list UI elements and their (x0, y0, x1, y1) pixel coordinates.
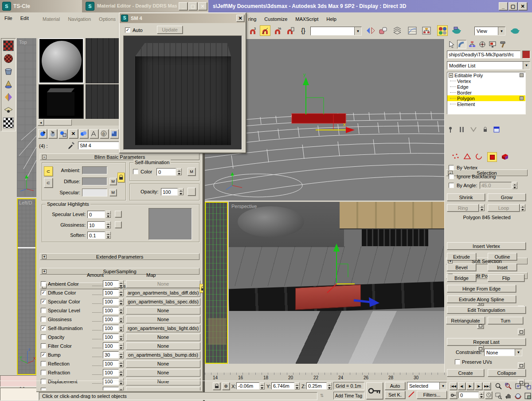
stack-item-polygon[interactable]: Polygon (447, 95, 525, 101)
named-selection-sets-icon[interactable]: {} (298, 25, 309, 36)
tab-utilities[interactable] (498, 40, 507, 49)
object-name-field[interactable]: ships\Deadly\TS-Mk3\parts\frc (447, 51, 520, 59)
zoom-extents-all-icon[interactable] (523, 381, 532, 390)
material-slot[interactable] (39, 84, 84, 119)
viewport-label[interactable]: Perspective (231, 204, 257, 209)
auto-key-button[interactable]: Auto (385, 382, 405, 390)
maximize-button[interactable]: ▢ (509, 2, 517, 10)
map-amount-field[interactable]: 100 (103, 280, 119, 287)
rollout-extended-parameters[interactable]: + Extended Parameters (40, 253, 200, 260)
self-illum-value-field[interactable]: 0 (156, 168, 176, 176)
opacity-field[interactable]: 100 (161, 188, 178, 196)
configure-modifier-sets-icon[interactable] (493, 126, 500, 134)
map-amount-spinner[interactable] (119, 360, 124, 367)
glossiness-map-button[interactable] (115, 221, 121, 228)
tab-modify[interactable] (457, 40, 466, 49)
map-amount-field[interactable]: 100 (103, 334, 119, 341)
specular-level-field[interactable]: 0 (87, 211, 105, 218)
specular-color-swatch[interactable] (82, 189, 107, 197)
ignore-backfacing-checkbox[interactable] (449, 174, 454, 179)
map-checkbox[interactable] (41, 317, 46, 322)
slot-scrollbar[interactable]: ◂ (38, 119, 119, 126)
map-slot-button[interactable]: None (126, 360, 200, 368)
element-icon[interactable] (501, 153, 510, 161)
opacity-spinner[interactable] (179, 188, 184, 195)
remove-modifier-icon[interactable] (481, 126, 489, 134)
map-slot-button[interactable]: None (126, 316, 200, 323)
curve-editor-icon[interactable] (407, 25, 418, 36)
minimize-button[interactable]: _ (179, 2, 188, 10)
x-spinner[interactable] (260, 382, 265, 389)
viewport-label[interactable]: Left/D (19, 200, 32, 205)
map-amount-spinner[interactable] (119, 325, 124, 332)
stack-icon[interactable] (520, 73, 524, 77)
vertex-icon[interactable] (451, 153, 459, 161)
create-button[interactable]: Create (447, 369, 484, 377)
material-slot[interactable] (86, 84, 119, 119)
key-selection-dropdown[interactable]: Selected ▼ (407, 382, 447, 390)
hinge-settings-button[interactable] (518, 362, 524, 369)
map-slot-button[interactable]: None (126, 307, 200, 315)
y-spinner[interactable] (295, 382, 300, 389)
x-coordinate-field[interactable]: -0.06m (236, 382, 259, 389)
ring-spinner[interactable] (480, 204, 485, 211)
expand-icon[interactable]: + (42, 255, 47, 259)
map-amount-spinner[interactable] (119, 369, 124, 376)
reset-map-icon[interactable]: ✕ (69, 129, 78, 138)
lock-ambient-diffuse-top-button[interactable]: ⊂ (44, 166, 53, 176)
menu-customize[interactable]: Customize (264, 16, 287, 22)
loop-button[interactable]: Loop (488, 204, 520, 212)
map-checkbox[interactable] (41, 281, 46, 287)
assign-material-to-selection-icon[interactable] (59, 129, 67, 138)
checkerboard-icon[interactable] (3, 118, 14, 128)
lock-ambient-diffuse-bottom-button[interactable]: ⊂ (44, 178, 53, 188)
set-key-button[interactable]: Set K. (385, 391, 405, 399)
stack-item-edge[interactable]: Edge (447, 84, 525, 90)
sphere-grid-icon[interactable] (3, 53, 14, 64)
play-button[interactable]: ▶ (466, 382, 474, 390)
modifier-list-dropdown[interactable]: Modifier List ▼ (447, 61, 530, 70)
update-button[interactable]: Update (157, 26, 183, 34)
object-color-swatch[interactable] (522, 51, 530, 59)
chevron-down-icon[interactable]: ▼ (439, 382, 446, 389)
map-amount-spinner[interactable] (119, 316, 124, 323)
layer-manager-icon[interactable] (392, 25, 403, 36)
soften-field[interactable]: 0.1 (87, 232, 105, 239)
show-map-in-viewport-icon[interactable] (110, 129, 119, 138)
chevron-down-icon[interactable]: ▼ (515, 349, 522, 356)
opacity-map-button[interactable] (188, 188, 196, 196)
specular-level-spinner[interactable] (106, 211, 111, 218)
menu-rendering[interactable]: ring (248, 16, 256, 22)
outline-button[interactable]: Outline (488, 253, 517, 260)
map-checkbox[interactable]: ✓ (41, 326, 46, 331)
map-slot-button[interactable]: rgon_apartments_labs_light.dds) (126, 325, 200, 332)
material-editor-titlebar[interactable]: S Material Editor - Deadly DDRS Master (… (82, 0, 208, 12)
add-time-tag[interactable]: Add Time Tag (333, 392, 364, 400)
close-icon[interactable]: ✕ (518, 2, 527, 10)
map-amount-spinner[interactable] (119, 334, 124, 341)
map-checkbox[interactable] (41, 343, 46, 349)
view-dropdown[interactable]: View▼ (474, 27, 505, 35)
render-setup-icon[interactable] (451, 25, 462, 36)
chevron-down-icon[interactable]: ▼ (498, 27, 505, 35)
maximize-viewport-toggle-icon[interactable] (523, 391, 532, 400)
mirror-butterfly-icon[interactable] (3, 92, 14, 102)
left-window-titlebar[interactable]: S TS-Cle (0, 0, 82, 12)
viewport-label[interactable]: Top (19, 39, 27, 45)
put-to-library-icon[interactable] (90, 129, 98, 138)
left-viewport-sliver[interactable]: Left/D zYX (17, 198, 36, 375)
zoom-all-icon[interactable] (504, 381, 512, 390)
chevron-down-icon[interactable]: ▼ (354, 27, 361, 35)
stack-item-element[interactable]: Element (447, 101, 525, 107)
rollout-blinn-basic-parameters[interactable]: − Blinn Basic Parameters (40, 153, 200, 160)
chevron-down-icon[interactable]: ▼ (523, 62, 530, 69)
self-illum-spinner[interactable] (177, 168, 182, 175)
map-amount-spinner[interactable] (119, 280, 124, 287)
menu-help[interactable]: Help (326, 16, 336, 22)
align-icon[interactable] (378, 25, 388, 36)
collapse-icon[interactable]: − (449, 73, 453, 78)
absolute-offset-toggle-icon[interactable]: ⊕ (222, 382, 230, 390)
auto-update-checkbox[interactable]: ✓ (125, 28, 130, 33)
material-editor-icon[interactable] (437, 25, 448, 36)
map-amount-spinner[interactable] (119, 351, 124, 358)
